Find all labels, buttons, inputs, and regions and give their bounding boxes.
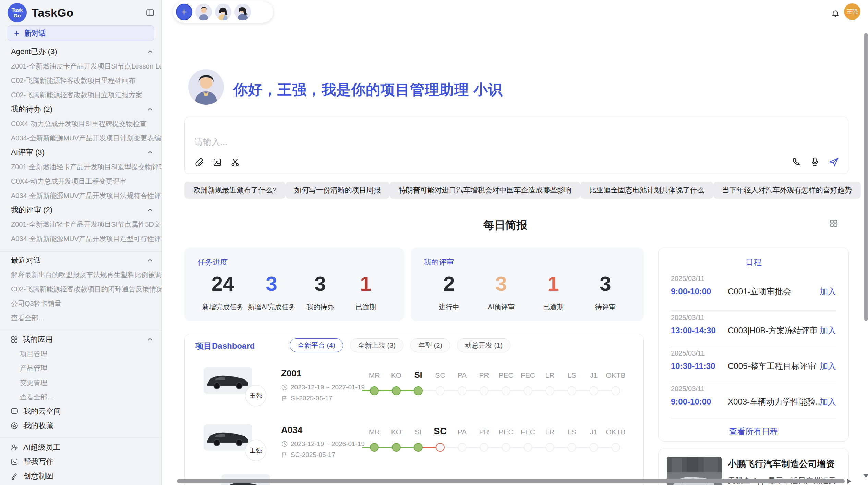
input-tools-left (194, 157, 240, 167)
add-agent-button[interactable] (176, 4, 192, 20)
milestone-node-alert[interactable] (436, 443, 445, 452)
milestone-node[interactable] (480, 443, 489, 452)
photo-icon[interactable] (212, 157, 222, 167)
milestone-node[interactable] (567, 443, 576, 452)
tab-new-platform[interactable]: 全新平台 (4) (290, 338, 343, 352)
scroll-down-arrow-icon[interactable] (863, 474, 868, 478)
vertical-scrollbar[interactable] (864, 33, 868, 321)
list-item[interactable]: 公司Q3轻卡销量 (0, 296, 161, 311)
suggestion-chip[interactable]: 欧洲新规最近颁布了什么? (184, 182, 286, 199)
section-recent-chats[interactable]: 最近对话 (0, 253, 161, 268)
milestone-node[interactable] (545, 443, 554, 452)
list-item[interactable]: A034-全新新能源MUV产品开发项目造型可行性评审 (0, 232, 161, 246)
milestone-node[interactable] (458, 443, 467, 452)
milestone-node[interactable] (611, 443, 620, 452)
sidebar-item-favorites[interactable]: 我的收藏 (0, 419, 161, 433)
milestone-node[interactable] (589, 386, 598, 395)
suggestion-chip[interactable]: 比亚迪全固态电池计划具体说了什么 (580, 182, 713, 199)
join-link[interactable]: 加入 (820, 361, 836, 372)
suggestion-chip[interactable]: 如何写一份清晰的项目周报 (286, 182, 390, 199)
list-item[interactable]: Z001-全新燃油皮卡产品开发项目SI节点Lesson Learn报告 (0, 59, 161, 73)
tab-year-model[interactable]: 年型 (2) (410, 338, 450, 352)
milestone-node-done[interactable] (370, 443, 379, 452)
list-item[interactable]: C0X4-动力总成开发项目SI里程碑提交物检查 (0, 116, 161, 131)
project-dates: 2023-12-19 ~ 2026-01-19 (281, 440, 365, 448)
view-all-schedule[interactable]: 查看所有日程 (659, 426, 848, 437)
section-agent-done[interactable]: Agent已办 (3) (0, 45, 161, 59)
chat-input[interactable] (194, 137, 709, 147)
scroll-right-arrow-icon[interactable] (847, 479, 851, 484)
milestone-node[interactable] (589, 443, 598, 452)
sidebar-item-ai-employee[interactable]: AI超级员工 (0, 440, 161, 455)
section-my-review[interactable]: 我的评审 (2) (0, 203, 161, 217)
tab-powertrain[interactable]: 动总开发 (1) (457, 338, 510, 352)
milestone-node[interactable] (502, 386, 510, 395)
milestone-node[interactable] (502, 443, 510, 452)
paperclip-icon[interactable] (194, 157, 205, 167)
milestone-node-done[interactable] (414, 443, 423, 452)
milestone-node-done[interactable] (370, 386, 379, 395)
milestone-node[interactable] (567, 386, 576, 395)
send-icon[interactable] (828, 157, 839, 167)
mic-icon[interactable] (810, 157, 820, 167)
new-chat-button[interactable]: 新对话 (8, 25, 154, 41)
chevron-up-icon[interactable] (146, 48, 154, 55)
milestone-node[interactable] (523, 386, 532, 395)
chevron-up-icon[interactable] (146, 257, 154, 264)
view-all-chats[interactable]: 查看全部... (0, 311, 161, 325)
chevron-up-icon[interactable] (146, 149, 154, 156)
section-ai-review[interactable]: AI评审 (3) (0, 145, 161, 160)
sidebar-item-draw[interactable]: 创意制图 (0, 469, 161, 483)
section-my-todo[interactable]: 我的待办 (2) (0, 102, 161, 116)
bell-icon[interactable] (831, 9, 840, 18)
layout-grid-icon[interactable] (829, 219, 839, 228)
sidebar-collapse-icon[interactable] (146, 8, 155, 17)
list-item[interactable]: C02-飞腾新能源轻客改款项目立项汇报方案 (0, 88, 161, 102)
agent-avatar-3[interactable] (234, 4, 251, 20)
input-tools-right (791, 157, 839, 167)
chevron-up-icon[interactable] (146, 206, 154, 214)
app-item-project[interactable]: 项目管理 (0, 347, 161, 361)
sidebar-item-write[interactable]: 帮我写作 (0, 455, 161, 469)
chevron-up-icon[interactable] (146, 105, 154, 113)
section-my-apps[interactable]: 我的应用 (0, 332, 161, 347)
list-item[interactable]: C0X4-动力总成开发项目工程变更评审 (0, 174, 161, 188)
sidebar-item-cloud[interactable]: 我的云空间 (0, 404, 161, 419)
milestone-node-done[interactable] (392, 386, 401, 395)
milestone-node[interactable] (611, 386, 620, 395)
horizontal-scrollbar[interactable] (177, 479, 845, 483)
suggestion-chip[interactable]: 当下年轻人对汽车外观有怎样的喜好趋势 (713, 182, 861, 199)
milestone-node[interactable] (523, 443, 532, 452)
app-item-product[interactable]: 产品管理 (0, 361, 161, 375)
milestone-node-done[interactable] (392, 443, 401, 452)
suggestion-chip[interactable]: 特朗普可能对进口汽车增税会对中国车企造成哪些影响 (390, 182, 580, 199)
agent-avatar-2[interactable] (215, 4, 231, 20)
user-name: 王强 (846, 8, 858, 16)
user-sparkle-icon (10, 443, 19, 451)
list-item[interactable]: C02-飞腾新能源轻客改款项目的闭环通告反馈情况 (0, 282, 161, 296)
list-item[interactable]: A034-全新新能源MUV产品开发项目计划变更表编写 (0, 131, 161, 145)
list-item[interactable]: Z001-全新燃油轻卡产品开发项目SI节点属性5D文件评审 (0, 217, 161, 232)
list-item[interactable]: Z001-全新燃油轻卡产品开发项目SI造型提交物评审 (0, 160, 161, 174)
join-link[interactable]: 加入 (820, 396, 836, 407)
view-all-apps[interactable]: 查看全部... (0, 390, 161, 404)
project-code[interactable]: Z001 (281, 368, 301, 379)
list-item[interactable]: A034-全新新能源MUV产品开发项目法规符合性评审 (0, 188, 161, 203)
milestone-node-done[interactable] (414, 386, 423, 395)
join-link[interactable]: 加入 (820, 325, 836, 336)
milestone-node[interactable] (545, 386, 554, 395)
milestone-node[interactable] (480, 386, 489, 395)
app-item-change[interactable]: 变更管理 (0, 375, 161, 390)
user-avatar[interactable]: 王强 (844, 3, 860, 20)
scissors-icon[interactable] (230, 157, 240, 167)
tab-new-body[interactable]: 全新上装 (3) (350, 338, 403, 352)
chevron-up-icon[interactable] (146, 336, 154, 343)
agent-avatar-1[interactable] (195, 4, 212, 20)
list-item[interactable]: 解释最新出台的欧盟报废车法规再生塑料比例被调至15%... (0, 268, 161, 282)
phone-icon[interactable] (791, 157, 801, 167)
milestone-node[interactable] (436, 386, 445, 395)
join-link[interactable]: 加入 (820, 286, 836, 297)
project-code[interactable]: A034 (281, 425, 302, 435)
list-item[interactable]: C02-飞腾新能源轻客改款项目里程碑画布 (0, 73, 161, 88)
milestone-node[interactable] (458, 386, 467, 395)
